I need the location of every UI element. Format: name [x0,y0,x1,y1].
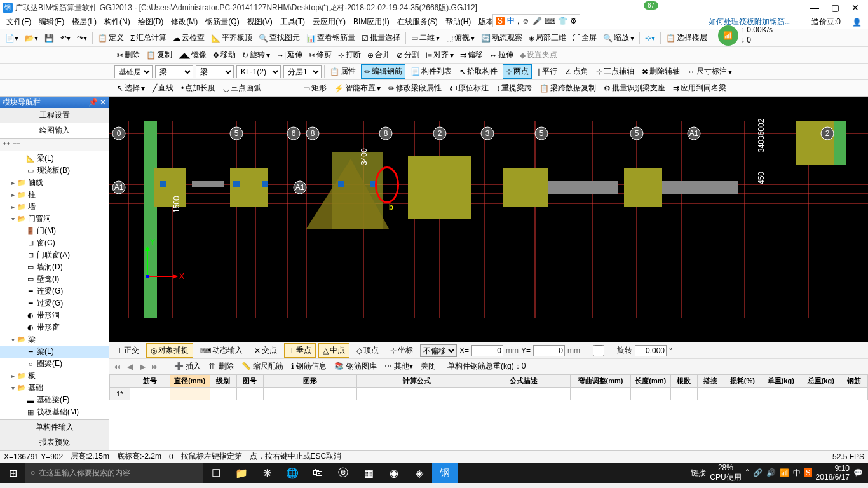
tree-item[interactable]: ━梁(L) [0,346,109,358]
search-box[interactable]: ○ 在这里输入你要搜索的内容 [25,463,203,483]
rebar-info-button[interactable]: ℹ 钢筋信息 [288,360,329,373]
tree-item[interactable]: ━连梁(G) [0,285,109,297]
cloud-check-button[interactable]: ☁ 云检查 [170,31,207,44]
menu-online[interactable]: 在线服务(S) [393,17,442,27]
vertex-snap[interactable]: ◇ 顶点 [352,343,383,358]
app3-icon[interactable]: ◉ [381,463,407,483]
top-view-button[interactable]: ⬚ 俯视▾ [444,31,477,44]
coord-snap[interactable]: ⊹ 坐标 [386,343,417,358]
2d-button[interactable]: ▭ 二维▾ [409,31,442,44]
tree-expand-icon[interactable]: ⁺⁺ [3,140,10,149]
extend-button[interactable]: →| 延伸 [274,48,305,62]
level-top-button[interactable]: 📐 平齐板顶 [208,31,255,44]
tab-report-preview[interactable]: 报表预览 [0,435,109,450]
menu-modify[interactable]: 修改(M) [167,17,201,27]
copy-button[interactable]: 📋 复制 [144,48,175,62]
tree-item[interactable]: ⊞门联窗(A) [0,249,109,261]
task-view-icon[interactable]: ☐ [203,463,229,483]
modify-beam-tool[interactable]: ✏ 修改梁段属性 [386,81,444,95]
offset-mode[interactable]: 不偏移 [420,344,457,357]
tree-item[interactable]: ▸📁墙 [0,201,109,213]
rotate-button[interactable]: ↻ 旋转▾ [240,48,273,62]
rect-tool[interactable]: ▭ 矩形 [301,81,329,95]
delete-axis-button[interactable]: ✖ 删除辅轴 [639,65,682,78]
tree-item[interactable]: 🚪门(M) [0,225,109,237]
local-3d-button[interactable]: ◈ 局部三维 [526,31,569,44]
tree-item[interactable]: ━过梁(G) [0,297,109,309]
notification-icon[interactable]: 💬 [853,468,863,477]
minimize-button[interactable]: — [804,3,825,13]
drawing-canvas[interactable]: 0A1 568 823 55A1 2 1500340045034036002 X… [109,97,868,342]
tree-item[interactable]: ▾📂梁 [0,334,109,346]
rebar-table[interactable]: 筋号 直径(mm) 级别 图号 图形 计算公式 公式描述 弯曲调整(mm) 长度… [109,374,868,450]
perp-snap[interactable]: ⊥ 垂点 [284,343,316,358]
tree-item[interactable]: ◐带形窗 [0,322,109,334]
delete-row-button[interactable]: 🗑 删除 [206,360,236,373]
tree-item[interactable]: ▭壁龛(I) [0,273,109,285]
mid-snap[interactable]: △ 中点 [318,343,349,358]
store-icon[interactable]: 🛍 [305,463,330,483]
scale-rebar-button[interactable]: 📏 缩尺配筋 [239,360,286,373]
tree-item[interactable]: ▸📁柱 [0,189,109,201]
maximize-button[interactable]: ▢ [825,3,845,13]
insert-row-button[interactable]: ➕ 插入 [172,360,203,373]
menu-edit[interactable]: 编辑(E) [35,17,68,27]
rotate-input[interactable] [635,345,667,356]
tree-item[interactable]: ▭墙洞(D) [0,261,109,273]
intersect-snap[interactable]: ✕ 交点 [250,343,281,358]
menu-view[interactable]: 视图(V) [243,17,276,27]
explorer-icon[interactable]: 📁 [229,463,254,483]
app1-icon[interactable]: ❋ [254,463,280,483]
tree-item[interactable]: ◐带形洞 [0,309,109,322]
tray-net-icon[interactable]: 🔗 [753,468,763,477]
merge-button[interactable]: ⊕ 合并 [365,48,393,62]
x-input[interactable] [471,345,503,356]
view-rebar-button[interactable]: 📊 查看钢筋量 [304,31,358,44]
rebar-lib-button[interactable]: 📚 钢筋图库 [332,360,379,373]
tree-item[interactable]: ▬基础梁(F) [0,394,109,406]
category-combo[interactable]: 梁 [155,65,193,78]
parallel-button[interactable]: ∥ 平行 [534,65,560,78]
menu-floor[interactable]: 楼层(L) [68,17,100,27]
apply-same-tool[interactable]: ⇉ 应用到同名梁 [670,81,729,95]
menu-member[interactable]: 构件(N) [100,17,134,27]
component-tree[interactable]: 📐梁(L)▭现浇板(B)▸📁轴线▸📁柱▸📁墙▾📂门窗洞🚪门(M)⊞窗(C)⊞门联… [0,151,109,419]
member-combo[interactable]: KL-1(2) [236,65,281,78]
point-length-tool[interactable]: • 点加长度 [179,81,218,95]
tray-ime-icon[interactable]: 中 [793,468,801,478]
inplace-label-tool[interactable]: 🏷 原位标注 [447,81,491,95]
batch-select-button[interactable]: ☑ 批量选择 [359,31,403,44]
edit-rebar-button[interactable]: ✏ 编辑钢筋 [361,64,405,79]
tree-item[interactable]: 📐梁(L) [0,152,109,165]
stretch-button[interactable]: ↔ 拉伸 [487,48,516,62]
two-point-button[interactable]: ⊹ 两点 [503,64,532,79]
ggj-icon[interactable]: 钢 [432,463,458,483]
dimension-button[interactable]: ↔ 尺寸标注▾ [685,65,735,78]
delete-button[interactable]: ✂ 删除 [114,48,142,62]
new-button[interactable]: 📄▾ [3,32,21,44]
tray-wifi-icon[interactable]: 📶 [780,468,789,477]
fullscreen-button[interactable]: ⛶ 全屏 [570,31,599,44]
orbit-button[interactable]: 🔄 动态观察 [478,31,525,44]
tree-item[interactable]: ▾📂基础 [0,382,109,394]
menu-tools[interactable]: 工具(T) [276,17,309,27]
floor-combo[interactable]: 基础层 [114,65,153,78]
menu-draw[interactable]: 绘图(D) [134,17,168,27]
grip-button[interactable]: ◆ 设置夹点 [517,48,560,62]
open-button[interactable]: 📂▾ [22,32,41,44]
undo-button[interactable]: ↶▾ [58,32,73,44]
layer-combo[interactable]: 分层1 [283,65,322,78]
close-rebar-button[interactable]: 关闭 [418,360,438,373]
ie-icon[interactable]: ⓔ [330,463,356,483]
find-element-button[interactable]: 🔍 查找图元 [256,31,302,44]
start-button[interactable]: ⊞ [0,463,25,483]
tree-item[interactable]: ○圈梁(E) [0,358,109,370]
menu-bim[interactable]: BIM应用(I) [349,17,393,27]
line-tool[interactable]: ╱ 直线 [150,81,176,95]
rotate-check[interactable] [583,345,614,356]
close-button[interactable]: ✕ [845,3,865,13]
sum-button[interactable]: Σ 汇总计算 [128,31,169,44]
offset-button[interactable]: ⇉ 偏移 [458,48,485,62]
menu-cloud[interactable]: 云应用(Y) [309,17,349,27]
props-button[interactable]: 📋 属性 [327,65,358,78]
